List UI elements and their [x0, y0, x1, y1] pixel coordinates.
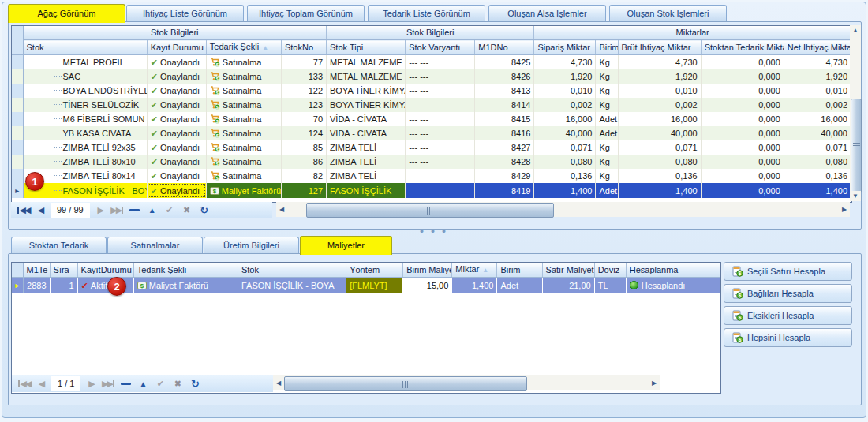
- hepsini-hesapla-button[interactable]: $ Hepsini Hesapla: [724, 328, 852, 347]
- nav-cancel-button[interactable]: ✖: [169, 376, 186, 391]
- baglilari-hesapla-button[interactable]: $ Bağlıları Hesapla: [724, 284, 852, 303]
- cell-birim[interactable]: Adet: [497, 278, 542, 293]
- cell-m1dno[interactable]: 8426: [475, 69, 534, 84]
- nav-refresh-button[interactable]: ↻: [186, 376, 204, 391]
- scroll-left-icon[interactable]: ◀: [273, 375, 284, 390]
- cell-kayit[interactable]: ✔Onaylandı: [147, 98, 206, 112]
- cell-yontem[interactable]: [FLMLYT]: [346, 278, 403, 293]
- cell-stok[interactable]: SAC: [23, 69, 147, 84]
- nav-last-button[interactable]: ▶▶: [109, 203, 126, 218]
- column-header-10[interactable]: Stoktan Tedarik Miktar: [701, 40, 784, 55]
- nav-cancel-button[interactable]: ✖: [178, 203, 196, 218]
- cell-varyant[interactable]: --- ---: [406, 112, 475, 126]
- cell-stokno[interactable]: 127: [281, 183, 326, 198]
- cell-stoktan[interactable]: 0,000: [701, 98, 784, 112]
- scroll-thumb[interactable]: [851, 99, 862, 193]
- band-stok-bilgileri-1[interactable]: Stok Bilgileri: [23, 26, 327, 40]
- eksikleri-hesapla-button[interactable]: $ Eksikleri Hesapla: [724, 306, 852, 325]
- main-vertical-scrollbar[interactable]: ▲ ▼: [850, 25, 861, 201]
- scroll-down-icon[interactable]: ▼: [850, 191, 861, 201]
- cell-stoktan[interactable]: 0,000: [701, 169, 784, 183]
- cell-tedarik[interactable]: $Satınalma: [206, 169, 281, 183]
- cell-varyant[interactable]: --- ---: [406, 98, 475, 112]
- cell-kayit[interactable]: ✔Onaylandı: [147, 183, 206, 198]
- cell-satir-maliyet[interactable]: 21,00: [542, 278, 594, 293]
- cell-net[interactable]: 0,136: [784, 169, 851, 183]
- table-row[interactable]: ▸FASON İŞÇİLİK - BOYA✔Onaylandı$Maliyet …: [12, 183, 851, 198]
- nav-refresh-button[interactable]: ↻: [196, 203, 213, 218]
- cell-varyant[interactable]: --- ---: [406, 155, 475, 169]
- cell-stok[interactable]: METAL PROFİL: [23, 55, 147, 70]
- cell-birim[interactable]: Kg: [596, 55, 618, 70]
- cell-birim[interactable]: Kg: [596, 140, 618, 155]
- cell-stok[interactable]: YB KASA CİVATA: [23, 126, 147, 140]
- cell-kayit[interactable]: ✔Onaylandı: [147, 140, 206, 155]
- tab-agac-gorunum[interactable]: Ağaç Görünüm: [8, 4, 125, 23]
- cell-birim[interactable]: Adet: [596, 112, 618, 126]
- column-header-11[interactable]: Net İhtiyaç Miktar: [784, 40, 851, 55]
- cell-siparis[interactable]: 0,136: [534, 169, 596, 183]
- cell-varyant[interactable]: --- ---: [406, 69, 475, 84]
- cell-net[interactable]: 1,400: [784, 183, 851, 198]
- cell-net[interactable]: 0,002: [784, 98, 851, 112]
- cell-siparis[interactable]: 0,002: [534, 98, 596, 112]
- cell-brut[interactable]: 0,002: [618, 98, 701, 112]
- cell-stok[interactable]: ZIMBA TELİ 80x10: [23, 155, 147, 169]
- cell-tedarik[interactable]: $Satınalma: [206, 84, 281, 98]
- cell-birim[interactable]: Adet: [596, 126, 618, 140]
- cell-net[interactable]: 40,000: [784, 126, 851, 140]
- column-header-0[interactable]: Stok: [23, 40, 147, 55]
- column-header-6[interactable]: M1DNo: [475, 40, 534, 55]
- nav-last-button[interactable]: ▶▶: [99, 376, 117, 391]
- column-header-2[interactable]: KayıtDurumu: [77, 263, 133, 278]
- nav-post-button[interactable]: ✔: [152, 376, 169, 391]
- cell-tedarik-sekli[interactable]: $Maliyet Faktörü: [133, 278, 238, 293]
- cell-tip[interactable]: VİDA - CİVATA: [327, 112, 406, 126]
- cell-brut[interactable]: 4,730: [618, 55, 701, 70]
- cell-net[interactable]: 4,730: [784, 55, 851, 70]
- tab-maliyetler[interactable]: Maliyetler: [300, 236, 392, 255]
- cell-siparis[interactable]: 1,400: [534, 183, 596, 198]
- cell-stoktan[interactable]: 0,000: [701, 55, 784, 70]
- cell-net[interactable]: 0,071: [784, 140, 851, 155]
- cell-m1dno[interactable]: 8415: [475, 112, 534, 126]
- cell-doviz[interactable]: TL: [594, 278, 626, 293]
- cell-birim-maliyet-editor[interactable]: 15,00: [403, 278, 452, 293]
- cell-tip[interactable]: VİDA - CİVATA: [327, 126, 406, 140]
- cell-stokno[interactable]: 124: [281, 126, 326, 140]
- cell-kayit[interactable]: ✔Onaylandı: [147, 169, 206, 183]
- column-header-8[interactable]: Birim: [596, 40, 618, 55]
- column-header-3[interactable]: StokNo: [281, 40, 326, 55]
- cell-brut[interactable]: 0,071: [618, 140, 701, 155]
- cell-brut[interactable]: 0,080: [618, 155, 701, 169]
- cell-varyant[interactable]: --- ---: [406, 183, 475, 198]
- scroll-right-icon[interactable]: ▶: [839, 202, 850, 217]
- cell-siparis[interactable]: 0,080: [534, 155, 596, 169]
- cell-varyant[interactable]: --- ---: [406, 126, 475, 140]
- tab-olusan-alsa-islemler[interactable]: Oluşan Alsa İşlemler: [488, 5, 606, 22]
- nav-delete-button[interactable]: [117, 376, 134, 391]
- cell-m1dno[interactable]: 8427: [475, 140, 534, 155]
- nav-next-button[interactable]: ▶: [92, 203, 109, 218]
- scroll-left-icon[interactable]: ◀: [276, 202, 287, 217]
- cell-net[interactable]: 16,000: [784, 112, 851, 126]
- bottom-horizontal-scrollbar[interactable]: ◀ ▶: [273, 375, 660, 390]
- cell-tedarik[interactable]: $Satınalma: [206, 140, 281, 155]
- cell-stoktan[interactable]: 0,000: [701, 84, 784, 98]
- column-header-7[interactable]: Miktar▲: [452, 263, 497, 278]
- tab-tedarik-liste-gorunum[interactable]: Tedarik Liste Görünüm: [368, 5, 485, 22]
- table-row[interactable]: SAC✔Onaylandı$Satınalma133METAL MALZEME-…: [12, 69, 851, 84]
- column-header-5[interactable]: Yöntem: [346, 263, 403, 278]
- column-header-1[interactable]: Kayıt Durumu: [147, 40, 206, 55]
- cell-tip[interactable]: METAL MALZEME: [327, 55, 406, 70]
- cell-tedarik[interactable]: $Satınalma: [206, 69, 281, 84]
- cell-net[interactable]: 0,010: [784, 84, 851, 98]
- cell-tedarik[interactable]: $Satınalma: [206, 126, 281, 140]
- cell-m1dno[interactable]: 8416: [475, 126, 534, 140]
- cell-stoktan[interactable]: 0,000: [701, 155, 784, 169]
- cell-tip[interactable]: ZIMBA TELİ: [327, 155, 406, 169]
- column-header-7[interactable]: Sipariş Miktar: [534, 40, 596, 55]
- column-header-3[interactable]: Tedarik Şekli: [133, 263, 238, 278]
- cell-siparis[interactable]: 0,010: [534, 84, 596, 98]
- cell-tedarik[interactable]: $Satınalma: [206, 55, 281, 70]
